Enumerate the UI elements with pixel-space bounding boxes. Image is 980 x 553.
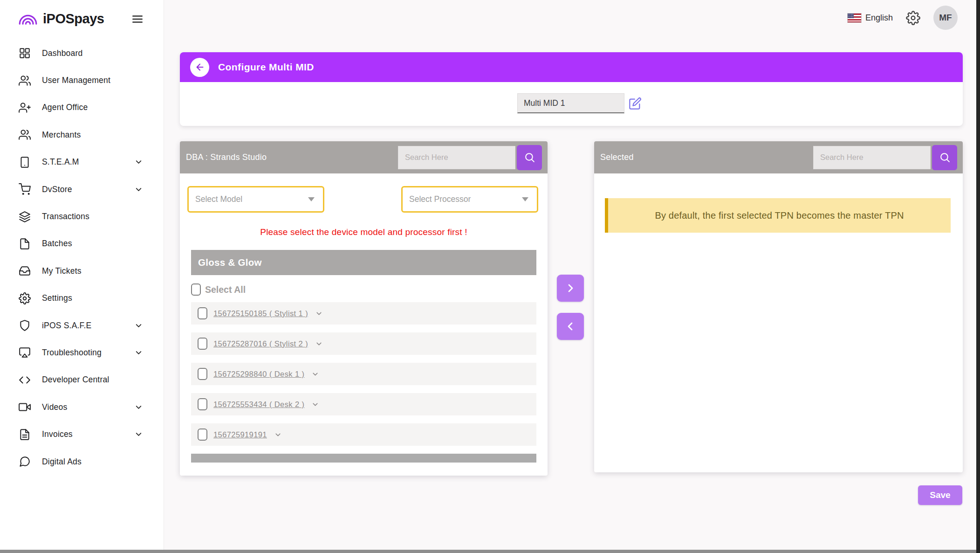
back-button[interactable] (190, 58, 209, 77)
shield-icon (19, 319, 31, 332)
left-search-button[interactable] (517, 145, 542, 170)
selected-tpns-panel: Selected By default, the first selected … (594, 141, 963, 472)
language-label: English (865, 13, 893, 23)
page-title: Configure Multi MID (218, 62, 314, 73)
chevron-down-icon (134, 348, 143, 357)
chevron-down-icon (134, 185, 143, 194)
chevron-down-icon (134, 158, 143, 166)
tpn-checkbox[interactable] (198, 368, 207, 380)
chevron-left-icon (565, 321, 576, 332)
sidebar-item[interactable]: Agent Office (0, 94, 164, 121)
dashboard-grid-icon (19, 47, 31, 59)
sidebar-item-label: Dashboard (42, 48, 82, 58)
available-tpns-panel: DBA : Strands Studio Select Model Select… (180, 141, 548, 476)
language-switcher[interactable]: English (848, 13, 893, 23)
left-search-input[interactable] (398, 146, 515, 169)
edit-icon[interactable] (629, 97, 642, 110)
chevron-down-icon[interactable] (315, 340, 323, 348)
users-icon (19, 129, 31, 141)
processor-select-label: Select Processor (409, 194, 471, 204)
horizontal-scrollbar[interactable] (191, 454, 536, 463)
sidebar-header: iPOSpays (0, 0, 164, 27)
avatar[interactable]: MF (933, 6, 958, 30)
caret-down-icon (308, 197, 315, 201)
gear-icon[interactable] (906, 11, 920, 25)
gear-icon (19, 292, 31, 304)
shopping-cart-icon (19, 183, 31, 195)
sidebar-item-label: Batches (42, 239, 72, 249)
sidebar-item[interactable]: Merchants (0, 121, 164, 148)
sidebar-nav: Dashboard User Management Agent Office (0, 40, 164, 475)
video-camera-icon (19, 401, 31, 413)
sidebar-item[interactable]: Transactions (0, 203, 164, 230)
chevron-down-icon[interactable] (274, 431, 282, 439)
window-right-edge (976, 0, 980, 553)
right-search-button[interactable] (932, 145, 957, 170)
master-tpn-note: By default, the first selected TPN becom… (605, 198, 951, 233)
window-bottom-edge (0, 550, 980, 553)
search-icon (524, 152, 535, 163)
move-right-button[interactable] (557, 275, 584, 302)
tpn-link[interactable]: 156725298840 ( Desk 1 ) (213, 370, 304, 379)
validation-warning: Please select the device model and proce… (180, 227, 548, 237)
arrow-left-icon (195, 62, 205, 72)
file-icon (19, 238, 31, 250)
tpn-checkbox[interactable] (198, 338, 207, 350)
caret-down-icon (522, 197, 528, 201)
model-select[interactable]: Select Model (187, 186, 324, 213)
sidebar-item-label: Digital Ads (42, 457, 82, 467)
tpn-row: 156725298840 ( Desk 1 ) (191, 363, 536, 385)
sidebar-item[interactable]: User Management (0, 67, 164, 94)
sidebar-item[interactable]: iPOS S.A.F.E (0, 312, 164, 339)
chevron-down-icon (134, 321, 143, 330)
processor-select[interactable]: Select Processor (401, 186, 538, 213)
chevron-down-icon[interactable] (311, 370, 319, 378)
file-text-icon (19, 429, 31, 441)
tpn-checkbox[interactable] (198, 307, 207, 319)
sidebar-item[interactable]: Troubleshooting (0, 339, 164, 366)
page-header-bar: Configure Multi MID (180, 52, 963, 82)
sidebar-item[interactable]: Invoices (0, 421, 164, 448)
sidebar-item-label: Developer Central (42, 375, 109, 385)
monitor-icon (19, 346, 31, 359)
sidebar-item-label: S.T.E.A.M (42, 157, 79, 167)
chevron-down-icon[interactable] (311, 401, 319, 408)
tpn-checkbox[interactable] (198, 398, 207, 410)
brand-logo: iPOSpays (18, 11, 104, 27)
brand-name: iPOSpays (43, 11, 104, 27)
sidebar-item[interactable]: Settings (0, 285, 164, 312)
sidebar-item-label: Transactions (42, 212, 89, 221)
right-search-input[interactable] (813, 146, 931, 169)
tpn-link[interactable]: 156725150185 ( Stylist 1 ) (213, 309, 308, 318)
select-all-checkbox[interactable] (191, 283, 201, 296)
sidebar-item[interactable]: Batches (0, 230, 164, 257)
sidebar-item[interactable]: DvStore (0, 176, 164, 203)
topbar: English MF (164, 0, 976, 35)
selected-title: Selected (600, 152, 634, 162)
sidebar-item-label: Agent Office (42, 103, 88, 112)
sidebar-item-label: Merchants (42, 130, 81, 140)
tpn-link[interactable]: 156725287016 ( Stylist 2 ) (213, 339, 308, 348)
store-group-header: Gloss & Glow (191, 250, 536, 275)
left-panel-header: DBA : Strands Studio (180, 141, 548, 173)
tpn-checkbox[interactable] (198, 429, 207, 441)
sidebar-item[interactable]: S.T.E.A.M (0, 149, 164, 176)
sidebar-item[interactable]: Dashboard (0, 40, 164, 67)
sidebar: iPOSpays Dashboard User Management (0, 0, 164, 553)
hamburger-menu-icon[interactable] (130, 13, 145, 25)
tpn-link[interactable]: 156725553434 ( Desk 2 ) (213, 400, 304, 409)
sidebar-item[interactable]: Videos (0, 394, 164, 421)
sidebar-item[interactable]: Developer Central (0, 366, 164, 394)
sidebar-item[interactable]: My Tickets (0, 257, 164, 284)
users-icon (19, 75, 31, 87)
app-screen: iPOSpays Dashboard User Management (0, 0, 980, 553)
chevron-down-icon[interactable] (315, 310, 323, 318)
sidebar-item[interactable]: Digital Ads (0, 448, 164, 475)
multi-mid-name-input[interactable] (517, 93, 624, 113)
tpn-link[interactable]: 156725919191 (213, 430, 267, 439)
chevron-down-icon (134, 403, 143, 412)
tpn-row: 156725287016 ( Stylist 2 ) (191, 332, 536, 355)
save-button[interactable]: Save (918, 485, 962, 505)
move-left-button[interactable] (557, 313, 584, 340)
inbox-icon (19, 265, 31, 277)
